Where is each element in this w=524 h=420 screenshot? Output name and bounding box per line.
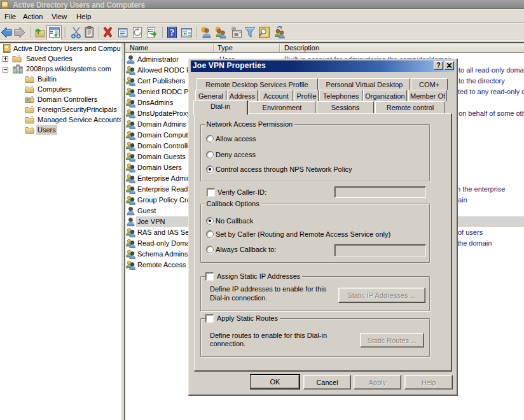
svg-text:?: ? <box>170 27 175 38</box>
